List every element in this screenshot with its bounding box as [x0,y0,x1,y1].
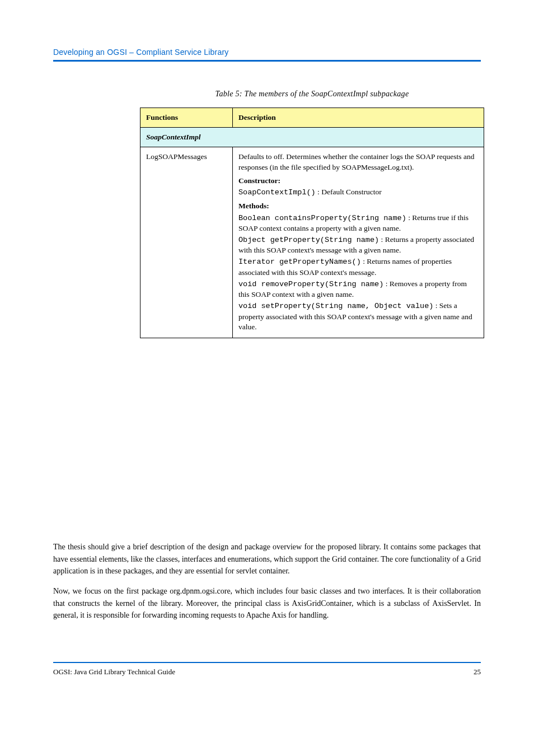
body-paragraph-2: Now, we focus on the first package org.d… [53,585,481,622]
footer-page-number: 25 [474,668,481,676]
constructor-label: Constructor: [238,176,478,186]
method-line: Object getProperty(String name) : Return… [238,235,478,255]
members-table: Functions Description SoapContextImpl Lo… [140,108,484,338]
desc-intro-suffix: ). [410,163,414,171]
cell-description: Defaults to off. Determines whether the … [233,147,484,338]
constructor-desc: : Default Constructor [316,188,382,196]
footer-rule [53,662,481,663]
desc-intro-file: SOAPMessageLog.txt [341,163,409,171]
desc-intro: Defaults to off. Determines whether the … [238,152,478,172]
method-sig: Object getProperty(String name) [238,236,379,244]
constructor-fn: SoapContextImpl() [238,188,316,197]
method-sig: Boolean containsProperty(String name) [238,214,406,222]
section-label: SoapContextImpl [140,128,484,147]
body-text: The thesis should give a brief descripti… [53,541,481,629]
table-container: Table 5: The members of the SoapContextI… [140,90,484,338]
method-line: Iterator getPropertyNames() : Returns na… [238,256,478,277]
method-line: void removeProperty(String name) : Remov… [238,279,478,300]
method-sig: void setProperty(String name, Object val… [238,302,433,310]
constructor-line: SoapContextImpl() : Default Constructor [238,187,478,198]
method-line: void setProperty(String name, Object val… [238,301,478,332]
cell-functions: LogSOAPMessages [140,147,233,338]
header-rule [53,60,481,62]
method-sig: Iterator getPropertyNames() [238,258,361,266]
method-line: Boolean containsProperty(String name) : … [238,213,478,234]
table-row: LogSOAPMessages Defaults to off. Determi… [140,147,484,338]
section-row: SoapContextImpl [140,128,484,147]
header-title: Developing an OGSI – Compliant Service L… [53,48,481,57]
methods-label: Methods: [238,201,478,211]
body-paragraph-1: The thesis should give a brief descripti… [53,541,481,577]
col-header-functions: Functions [140,108,233,128]
method-sig: void removeProperty(String name) [238,280,383,288]
table-header-row: Functions Description [140,108,484,128]
col-header-description: Description [233,108,484,128]
page-footer: OGSI: Java Grid Library Technical Guide … [53,668,481,676]
footer-left: OGSI: Java Grid Library Technical Guide [53,668,175,676]
page-header: Developing an OGSI – Compliant Service L… [53,48,481,62]
table-caption: Table 5: The members of the SoapContextI… [140,90,484,99]
